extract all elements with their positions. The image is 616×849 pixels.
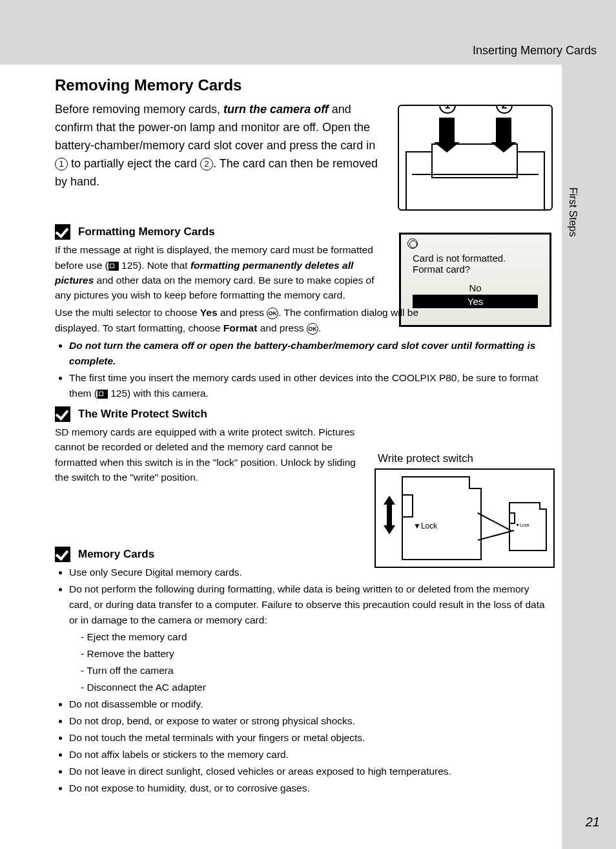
header-section-title: Inserting Memory Cards [473,44,597,58]
write-protect-heading: The Write Protect Switch [55,406,552,422]
reference-icon [108,262,119,271]
step-ref-2: 2 [200,158,213,171]
check-icon [55,547,70,562]
manual-page: Inserting Memory Cards First Steps 1 2 C… [0,0,616,849]
formatting-heading: Formatting Memory Cards [55,224,552,240]
memory-cards-heading: Memory Cards [55,547,552,562]
step-ref-1: 1 [55,158,68,171]
memory-cards-bullets: Use only Secure Digital memory cards. Do… [55,565,552,796]
page-title: Removing Memory Cards [55,76,552,94]
ok-button-icon: OK [307,323,318,335]
check-icon [55,224,70,240]
reference-icon [98,390,108,399]
check-icon [55,406,70,422]
formatting-bullets: Do not turn the camera off or open the b… [55,338,552,401]
ok-button-icon: OK [267,308,278,319]
formatting-paragraph-1: If the message at right is displayed, th… [55,242,384,302]
formatting-paragraph-2: Use the multi selector to choose Yes and… [55,305,442,335]
intro-paragraph: Before removing memory cards, turn the c… [55,101,384,191]
write-protect-paragraph: SD memory cards are equipped with a writ… [55,424,371,485]
page-number: 21 [586,815,600,830]
side-tab-label: First Steps [567,187,579,236]
